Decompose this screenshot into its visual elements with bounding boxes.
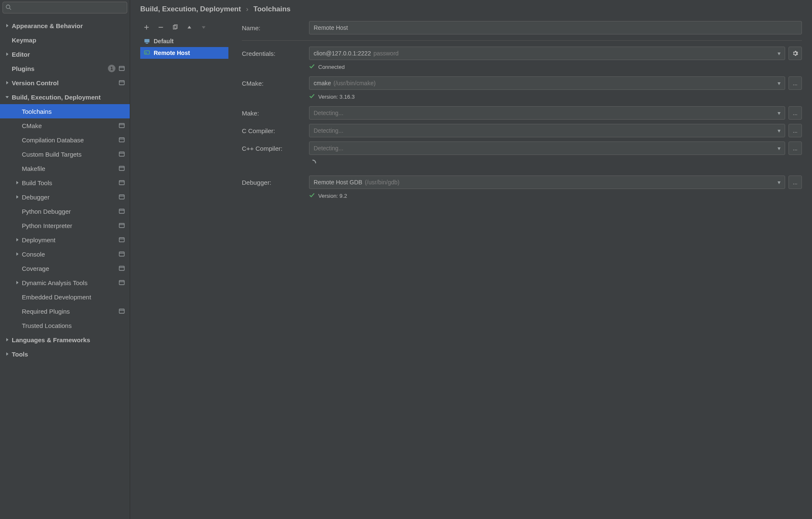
sidebar-item-label: Dynamic Analysis Tools (22, 279, 119, 286)
make-browse-button[interactable]: ... (788, 106, 802, 120)
sidebar-item[interactable]: Console (0, 247, 130, 261)
sidebar-item[interactable]: Languages & Frameworks (0, 333, 130, 347)
sidebar-item[interactable]: Plugins1 (0, 61, 130, 76)
sidebar-item-label: Python Interpreter (22, 222, 119, 229)
loading-spinner (242, 159, 802, 168)
svg-rect-39 (119, 309, 124, 313)
sidebar-item-label: Console (22, 251, 119, 258)
make-combo[interactable]: Detecting... ▾ (309, 106, 785, 120)
chevron-right-icon (4, 23, 10, 29)
sidebar-item[interactable]: Appearance & Behavior (0, 18, 130, 33)
cxxcompiler-combo[interactable]: Detecting... ▾ (309, 142, 785, 155)
sidebar-item[interactable]: Required Plugins (0, 304, 130, 318)
breadcrumb-segment: Build, Execution, Deployment (140, 5, 241, 13)
ccompiler-combo[interactable]: Detecting... ▾ (309, 124, 785, 137)
name-input[interactable]: Remote Host (309, 21, 802, 34)
add-button[interactable] (143, 24, 150, 31)
sidebar-item-label: Compilation Database (22, 136, 119, 144)
toolchain-item[interactable]: Default (140, 35, 228, 47)
svg-marker-31 (16, 252, 18, 256)
ccompiler-browse-button[interactable]: ... (788, 124, 802, 137)
svg-marker-2 (6, 24, 8, 27)
move-up-button[interactable] (186, 24, 193, 31)
toolchain-item[interactable]: Remote Host (140, 47, 228, 59)
cxxcompiler-browse-button[interactable]: ... (788, 142, 802, 155)
chevron-right-icon (4, 351, 10, 357)
sidebar-item[interactable]: Tools (0, 347, 130, 361)
cxxcompiler-label: C++ Compiler: (242, 145, 305, 152)
sidebar-item[interactable]: CMake (0, 118, 130, 133)
sidebar-item-label: Version Control (12, 79, 119, 86)
sidebar-item[interactable]: Trusted Locations (0, 318, 130, 333)
sidebar-item[interactable]: Toolchains (0, 104, 130, 118)
project-scope-icon (119, 280, 125, 286)
credentials-settings-button[interactable] (788, 47, 802, 60)
sidebar-item[interactable]: Makefile (0, 161, 130, 176)
ccompiler-label: C Compiler: (242, 127, 305, 134)
debugger-status: Version: 9.2 (242, 192, 802, 199)
credentials-combo[interactable]: clion@127.0.0.1:2222 password ▾ (309, 47, 785, 60)
svg-rect-7 (119, 81, 124, 85)
remote-icon (144, 50, 150, 56)
chevron-right-icon (4, 51, 10, 57)
sidebar-item[interactable]: Build Tools (0, 176, 130, 190)
settings-search-input[interactable] (13, 5, 124, 11)
chevron-placeholder (4, 37, 10, 43)
svg-marker-18 (16, 181, 18, 184)
chevron-placeholder (14, 308, 20, 314)
chevron-placeholder (14, 165, 20, 171)
sidebar-item[interactable]: Compilation Database (0, 133, 130, 147)
sidebar-item-label: Keymap (12, 37, 126, 44)
chevron-right-icon (14, 280, 20, 286)
debugger-combo[interactable]: Remote Host GDB (/usr/bin/gdb) ▾ (309, 176, 785, 189)
sidebar-item[interactable]: Python Debugger (0, 204, 130, 218)
cmake-browse-button[interactable]: ... (788, 76, 802, 90)
sidebar-item[interactable]: Debugger (0, 190, 130, 204)
svg-rect-24 (119, 209, 124, 213)
svg-rect-45 (159, 27, 163, 28)
svg-rect-37 (119, 280, 124, 285)
sidebar-item[interactable]: Deployment (0, 233, 130, 247)
svg-marker-42 (6, 352, 8, 356)
chevron-down-icon: ▾ (778, 179, 781, 186)
sidebar-item-label: Plugins (12, 65, 108, 72)
settings-sidebar: Appearance & BehaviorKeymapEditorPlugins… (0, 0, 130, 519)
sidebar-item-label: Trusted Locations (22, 322, 126, 329)
cmake-combo[interactable]: cmake (/usr/bin/cmake) ▾ (309, 76, 785, 90)
check-icon (309, 93, 315, 100)
sidebar-item[interactable]: Dynamic Analysis Tools (0, 275, 130, 290)
sidebar-item[interactable]: Custom Build Targets (0, 147, 130, 161)
svg-marker-9 (5, 96, 9, 98)
sidebar-item[interactable]: Coverage (0, 261, 130, 275)
chevron-down-icon: ▾ (778, 145, 781, 152)
svg-marker-28 (16, 238, 18, 241)
sidebar-item[interactable]: Keymap (0, 33, 130, 47)
sidebar-item-label: Coverage (22, 265, 119, 272)
project-scope-icon (119, 251, 125, 257)
project-scope-icon (119, 80, 125, 86)
sidebar-item[interactable]: Build, Execution, Deployment (0, 90, 130, 104)
debugger-browse-button[interactable]: ... (788, 176, 802, 189)
sidebar-item[interactable]: Embedded Development (0, 290, 130, 304)
move-down-button[interactable] (200, 24, 207, 31)
copy-button[interactable] (171, 24, 179, 31)
sidebar-item-label: Build Tools (22, 179, 119, 186)
chevron-placeholder (14, 208, 20, 214)
debugger-label: Debugger: (242, 179, 305, 186)
sidebar-item[interactable]: Python Interpreter (0, 218, 130, 233)
sidebar-item-label: Build, Execution, Deployment (12, 94, 126, 101)
project-scope-icon (119, 165, 125, 171)
toolchain-list: DefaultRemote Host (140, 35, 228, 519)
sidebar-item[interactable]: Editor (0, 47, 130, 61)
project-scope-icon (119, 123, 125, 128)
svg-rect-52 (144, 51, 149, 54)
badge: 1 (108, 65, 115, 72)
chevron-placeholder (14, 123, 20, 128)
breadcrumb-segment: Toolchains (254, 5, 291, 13)
settings-search[interactable] (3, 2, 127, 13)
remove-button[interactable] (157, 24, 165, 31)
sidebar-item-label: Debugger (22, 194, 119, 201)
sidebar-item[interactable]: Version Control (0, 76, 130, 90)
credentials-status: Connected (242, 63, 802, 71)
breadcrumb-separator: › (246, 5, 249, 13)
